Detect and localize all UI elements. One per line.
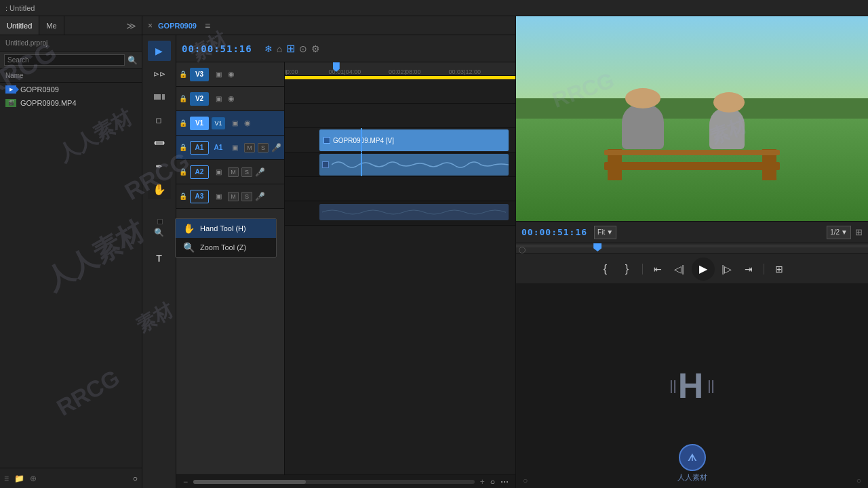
scroll-circle-right[interactable]: ○ <box>856 476 861 485</box>
tab-project[interactable]: Untitled <box>0 16 39 35</box>
sequence-icon: ▶ <box>5 85 16 94</box>
v1-label[interactable]: V1 <box>190 117 209 130</box>
play-btn[interactable]: ▶ <box>692 258 715 281</box>
v1-clip[interactable]: GOPR0909.MP4 [V] <box>319 129 509 151</box>
a3-track <box>285 201 515 226</box>
scroll-circle-left[interactable]: ○ <box>523 476 528 485</box>
zoom-tool-tooltip-icon: 🔍 <box>182 242 195 253</box>
razor-tool-btn[interactable]: ◇ <box>148 110 171 130</box>
track-select-tool-btn[interactable]: ⊳⊳ <box>148 64 171 84</box>
a3-clip[interactable] <box>319 204 509 220</box>
media-item-name: GOPR0909 <box>20 85 59 94</box>
zoom-tool-tooltip-label: Zoom Tool (Z) <box>200 243 246 251</box>
v3-label[interactable]: V3 <box>190 68 209 81</box>
a3-m-btn[interactable]: M <box>228 192 239 201</box>
step-back-btn[interactable]: ◁| <box>670 261 689 277</box>
v1-lock-icon[interactable]: 🔒 <box>179 119 187 127</box>
logo-symbol: ᗑ <box>688 452 696 464</box>
timeline-zoom-in-icon[interactable]: + <box>480 477 485 487</box>
panel-new-item-icon[interactable]: ⊕ <box>30 474 37 483</box>
a3-lock-icon[interactable]: 🔒 <box>179 192 187 200</box>
fit-dropdown[interactable]: Fit ▼ <box>594 226 616 239</box>
selection-tool-btn[interactable]: ▶ <box>148 41 171 61</box>
slip-tool-btn[interactable] <box>148 133 171 153</box>
settings-icon[interactable]: ⚙ <box>311 43 320 54</box>
panel-menu-icon[interactable]: ≫ <box>126 20 136 31</box>
sync-icon[interactable]: ⊞ <box>286 42 295 55</box>
mark-in-btn[interactable]: { <box>596 261 615 277</box>
track-header-a3: 🔒 A3 ▣ M S 🎤 <box>176 184 284 209</box>
audio-icon[interactable]: ⌂ <box>277 43 282 54</box>
a1-target-label[interactable]: A1 <box>190 141 209 155</box>
list-item[interactable]: ▶ GOPR0909 <box>0 83 142 96</box>
export-frame-btn[interactable]: ⊞ <box>770 261 789 277</box>
mark-out-btn[interactable]: } <box>618 261 637 277</box>
a1-mic-icon[interactable]: 🎤 <box>271 143 281 152</box>
search-icon[interactable]: 🔍 <box>127 56 138 65</box>
panel-settings-icon[interactable]: ≡ <box>4 474 9 483</box>
v2-eye-icon[interactable]: ◉ <box>228 94 235 103</box>
a2-m-btn[interactable]: M <box>228 167 239 177</box>
a3-s-btn[interactable]: S <box>241 192 252 201</box>
main-area: Untitled Me ≫ Untitled.prproj 🔍 Name <box>0 16 868 488</box>
v1-eye-icon[interactable]: ◉ <box>244 119 251 127</box>
ground-bg <box>516 119 868 221</box>
v3-sync-icon[interactable]: ▣ <box>212 68 225 81</box>
a1-lock-icon[interactable]: 🔒 <box>179 144 187 151</box>
quality-dropdown[interactable]: 1/2 ▼ <box>827 226 851 239</box>
freeze-icon[interactable]: ❄ <box>264 43 273 54</box>
tab-media[interactable]: Me <box>39 16 64 35</box>
a3-mic-icon[interactable]: 🎤 <box>255 192 265 201</box>
list-item[interactable]: 🎬 GOPR0909.MP4 <box>0 96 142 110</box>
a1-s-btn[interactable]: S <box>258 143 269 152</box>
a2-label[interactable]: A2 <box>190 165 209 179</box>
fullscreen-icon[interactable]: ⊞ <box>855 227 863 237</box>
ripple-edit-tool-btn[interactable] <box>148 87 171 107</box>
a2-lock-icon[interactable]: 🔒 <box>179 168 187 176</box>
a1-sync-icon[interactable]: ▣ <box>228 142 241 154</box>
go-in-btn[interactable]: ⇤ <box>648 261 667 277</box>
v2-label[interactable]: V2 <box>190 92 209 106</box>
timeline-scrollbar[interactable] <box>193 480 475 484</box>
v2-lock-icon[interactable]: 🔒 <box>179 95 187 102</box>
effects-icon[interactable]: ⊙ <box>299 43 307 54</box>
a2-mic-icon[interactable]: 🎤 <box>255 167 265 177</box>
v3-eye-icon[interactable]: ◉ <box>228 70 235 79</box>
timeline-circle-btn[interactable]: ○ <box>490 477 495 487</box>
sky-bg <box>516 16 868 98</box>
a3-label[interactable]: A3 <box>190 190 209 203</box>
hand-tool-tooltip-item[interactable]: ✋ Hand Tool (H) <box>176 219 276 238</box>
panel-clear-icon[interactable]: ○ <box>133 474 138 483</box>
search-input[interactable] <box>4 54 125 66</box>
a1-label[interactable]: A1 <box>212 142 225 154</box>
tools-panel: ▶ ⊳⊳ ◇ <box>142 35 176 488</box>
zoom-tool-btn[interactable]: 🔍 <box>148 222 171 243</box>
zoom-tool-tooltip-item[interactable]: 🔍 Zoom Tool (Z) <box>176 238 276 257</box>
v3-lock-icon[interactable]: 🔒 <box>179 70 187 78</box>
tool-indicator <box>157 219 163 224</box>
v1-target-label[interactable]: V1 <box>212 117 225 129</box>
pen-tool-btn[interactable]: ✒ <box>148 156 171 176</box>
media-list: ▶ GOPR0909 🎬 GOPR0909.MP4 <box>0 83 142 468</box>
step-back-icon: ◁| <box>674 264 684 274</box>
step-fwd-btn[interactable]: |▷ <box>717 261 736 277</box>
a1-clip[interactable] <box>319 154 509 176</box>
sequence-menu-icon[interactable]: ≡ <box>205 20 210 31</box>
a1-m-btn[interactable]: M <box>244 143 255 152</box>
preview-playhead <box>593 243 601 251</box>
a2-s-btn[interactable]: S <box>241 167 252 177</box>
a2-sync-icon[interactable]: ▣ <box>212 166 225 178</box>
v2-sync-icon[interactable]: ▣ <box>212 93 225 105</box>
hand-tool-btn[interactable]: ✋ <box>148 179 171 199</box>
text-tool-btn[interactable]: T <box>148 248 171 268</box>
sequence-close-btn[interactable]: × <box>148 21 153 30</box>
panel-new-bin-icon[interactable]: 📁 <box>14 474 24 483</box>
timeline-dots-btn[interactable]: ⋯ <box>500 477 509 487</box>
go-out-btn[interactable]: ⇥ <box>739 261 758 277</box>
sep1 <box>642 264 643 274</box>
hand-tool-tooltip-icon: ✋ <box>182 223 195 234</box>
a3-sync-icon[interactable]: ▣ <box>212 190 225 203</box>
timeline-tracks: GOPR0909.MP4 [V] <box>285 79 515 474</box>
timeline-zoom-out-icon[interactable]: − <box>183 477 188 487</box>
v1-sync-icon[interactable]: ▣ <box>228 117 241 129</box>
